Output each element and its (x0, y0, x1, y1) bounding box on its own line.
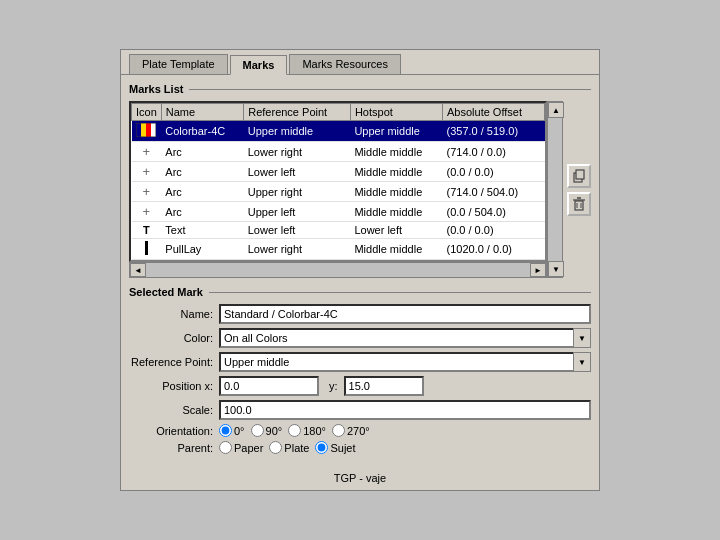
orientation-90-radio[interactable] (251, 424, 264, 437)
hscroll-left-btn[interactable]: ◄ (130, 263, 146, 277)
text-icon: T (143, 224, 150, 236)
position-row: Position x: y: (129, 376, 591, 396)
delete-icon (572, 197, 586, 211)
parent-sujet-label: Sujet (330, 442, 355, 454)
svg-rect-2 (146, 123, 151, 137)
orientation-270-radio[interactable] (332, 424, 345, 437)
svg-rect-3 (151, 123, 156, 137)
vscroll-down-btn[interactable]: ▼ (548, 261, 564, 277)
delete-button[interactable] (567, 192, 591, 216)
orientation-0-item[interactable]: 0° (219, 424, 245, 437)
row-icon (132, 121, 162, 142)
svg-rect-6 (576, 170, 584, 179)
col-icon: Icon (132, 104, 162, 121)
orientation-row: Orientation: 0° 90° 180° (129, 424, 591, 437)
parent-paper-label: Paper (234, 442, 263, 454)
ref-point-select-wrapper: Upper middle Upper left Upper right Lowe… (219, 352, 591, 372)
parent-label: Parent: (129, 442, 219, 454)
side-buttons (567, 101, 591, 278)
vscroll-up-btn[interactable]: ▲ (548, 102, 564, 118)
row-icon: T (132, 222, 162, 239)
parent-paper-radio[interactable] (219, 441, 232, 454)
tab-plate-template[interactable]: Plate Template (129, 54, 228, 74)
row-name: PullLay (161, 239, 243, 260)
vscroll-track[interactable] (548, 118, 562, 261)
color-row: Color: On all Colors ▼ (129, 328, 591, 348)
parent-plate-radio[interactable] (269, 441, 282, 454)
table-row[interactable]: +ArcUpper leftMiddle middle(0.0 / 504.0) (132, 202, 545, 222)
ref-point-select[interactable]: Upper middle Upper left Upper right Lowe… (219, 352, 591, 372)
position-y-input[interactable] (344, 376, 424, 396)
row-ref-point: Lower right (244, 142, 351, 162)
hscroll-track[interactable] (146, 263, 530, 277)
orientation-180-item[interactable]: 180° (288, 424, 326, 437)
table-row[interactable]: +ArcLower leftMiddle middle(0.0 / 0.0) (132, 162, 545, 182)
position-x-input[interactable] (219, 376, 319, 396)
parent-sujet-radio[interactable] (315, 441, 328, 454)
row-icon: + (132, 182, 162, 202)
col-hotspot: Hotspot (350, 104, 442, 121)
table-row[interactable]: Colorbar-4CUpper middleUpper middle(357.… (132, 121, 545, 142)
orientation-180-radio[interactable] (288, 424, 301, 437)
selected-mark-section: Selected Mark Name: Color: On all Colors… (129, 286, 591, 454)
table-row[interactable]: TTextLower leftLower left(0.0 / 0.0) (132, 222, 545, 239)
position-x-label: Position x: (129, 380, 219, 392)
row-abs-offset: (714.0 / 0.0) (443, 142, 545, 162)
parent-plate-label: Plate (284, 442, 309, 454)
colorbar-icon (136, 123, 156, 137)
row-abs-offset: (0.0 / 0.0) (443, 222, 545, 239)
marks-table-wrapper[interactable]: Icon Name Reference Point Hotspot Absolu… (129, 101, 547, 262)
row-hotspot: Middle middle (350, 142, 442, 162)
tab-marks-resources[interactable]: Marks Resources (289, 54, 401, 74)
name-label: Name: (129, 308, 219, 320)
bar-icon (145, 241, 148, 255)
row-name: Arc (161, 202, 243, 222)
orientation-180-label: 180° (303, 425, 326, 437)
name-input[interactable] (219, 304, 591, 324)
parent-sujet-item[interactable]: Sujet (315, 441, 355, 454)
col-name: Name (161, 104, 243, 121)
copy-icon (572, 169, 586, 183)
row-icon: + (132, 142, 162, 162)
row-hotspot: Middle middle (350, 239, 442, 260)
copy-button[interactable] (567, 164, 591, 188)
col-ref-point: Reference Point (244, 104, 351, 121)
parent-plate-item[interactable]: Plate (269, 441, 309, 454)
row-name: Arc (161, 162, 243, 182)
tab-marks[interactable]: Marks (230, 55, 288, 75)
row-hotspot: Middle middle (350, 182, 442, 202)
table-row[interactable]: +ArcUpper rightMiddle middle(714.0 / 504… (132, 182, 545, 202)
content-area: Marks List Icon Name Reference Point Hot… (121, 75, 599, 466)
row-ref-point: Upper right (244, 182, 351, 202)
row-name: Colorbar-4C (161, 121, 243, 142)
marks-list-header: Marks List (129, 83, 591, 95)
crosshair-icon: + (143, 164, 151, 179)
parent-paper-item[interactable]: Paper (219, 441, 263, 454)
table-row[interactable]: +ArcLower rightMiddle middle(714.0 / 0.0… (132, 142, 545, 162)
row-hotspot: Lower left (350, 222, 442, 239)
row-abs-offset: (0.0 / 0.0) (443, 162, 545, 182)
svg-rect-1 (141, 123, 146, 137)
parent-row: Parent: Paper Plate Sujet (129, 441, 591, 454)
position-y-label: y: (329, 380, 338, 392)
row-hotspot: Middle middle (350, 162, 442, 182)
color-select[interactable]: On all Colors (219, 328, 591, 348)
selected-mark-header: Selected Mark (129, 286, 591, 298)
crosshair-icon: + (143, 204, 151, 219)
row-hotspot: Upper middle (350, 121, 442, 142)
name-row: Name: (129, 304, 591, 324)
scale-label: Scale: (129, 404, 219, 416)
row-name: Arc (161, 142, 243, 162)
table-row[interactable]: PullLayLower rightMiddle middle(1020.0 /… (132, 239, 545, 260)
orientation-label: Orientation: (129, 425, 219, 437)
row-ref-point: Lower left (244, 162, 351, 182)
row-name: Arc (161, 182, 243, 202)
orientation-90-item[interactable]: 90° (251, 424, 283, 437)
orientation-0-radio[interactable] (219, 424, 232, 437)
hscroll-right-btn[interactable]: ► (530, 263, 546, 277)
color-label: Color: (129, 332, 219, 344)
row-abs-offset: (1020.0 / 0.0) (443, 239, 545, 260)
scale-input[interactable] (219, 400, 591, 420)
orientation-270-item[interactable]: 270° (332, 424, 370, 437)
row-hotspot: Middle middle (350, 202, 442, 222)
